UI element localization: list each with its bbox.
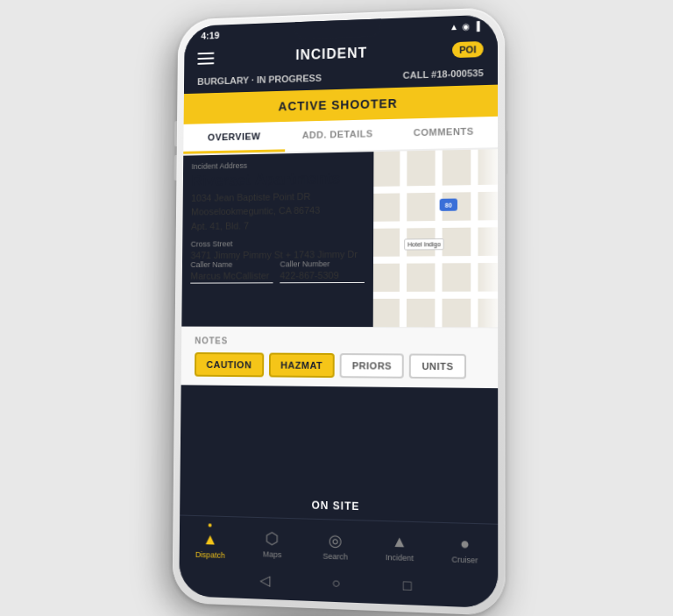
notes-title: NOTES xyxy=(195,336,483,346)
phone-screen: 4:19 ▲ ◉ ▐ INCIDENT POI xyxy=(179,14,498,608)
poi-badge[interactable]: POI xyxy=(452,40,484,57)
hotel-label: Hotel Indigo xyxy=(404,238,444,250)
map-road xyxy=(373,255,498,263)
call-number: CALL #18-000535 xyxy=(403,67,484,81)
nav-dispatch[interactable]: ▲ Dispatch xyxy=(189,522,232,559)
incident-icon: ▲ xyxy=(392,532,407,551)
maps-label: Maps xyxy=(263,549,282,558)
on-site-text: ON SITE xyxy=(312,499,360,513)
hazmat-button[interactable]: HAZMAT xyxy=(269,352,335,378)
content-row: Incident Address Riverset Apartments 103… xyxy=(181,149,498,327)
nav-cruiser[interactable]: ● Cruiser xyxy=(443,534,488,565)
back-button[interactable]: ◁ xyxy=(260,571,271,589)
cross-street-label: Cross Street xyxy=(191,238,365,249)
nav-incident[interactable]: ▲ Incident xyxy=(378,532,422,563)
dispatch-icon: ▲ xyxy=(202,530,217,549)
menu-button[interactable] xyxy=(197,52,214,64)
caller-name-label: Caller Name xyxy=(190,259,273,268)
highway-marker: 80 xyxy=(440,198,457,210)
address-line2: Mooselookmeguntic, CA 86743 xyxy=(191,202,365,219)
priors-button[interactable]: PRIORS xyxy=(340,353,404,379)
caller-number-label: Caller Number xyxy=(280,259,365,269)
map-road xyxy=(373,291,498,298)
map-road xyxy=(373,184,498,193)
dispatch-label: Dispatch xyxy=(195,549,225,559)
home-button[interactable]: ○ xyxy=(332,574,341,591)
caller-name-value: Marcus McCallister xyxy=(190,270,273,283)
phone-body: 4:19 ▲ ◉ ▐ INCIDENT POI xyxy=(172,6,505,615)
incident-address-label: Incident Address xyxy=(192,159,365,171)
menu-line xyxy=(197,62,214,65)
caution-button[interactable]: CAUTION xyxy=(195,352,264,377)
tab-comments[interactable]: COMMENTS xyxy=(390,116,498,149)
address-line3: Apt. 41, Bld. 7 xyxy=(191,216,365,232)
phone-frame: 4:19 ▲ ◉ ▐ INCIDENT POI xyxy=(172,6,505,615)
app-title: INCIDENT xyxy=(295,45,367,62)
caller-row: Caller Name Marcus McCallister Caller Nu… xyxy=(190,259,365,284)
camera-notch xyxy=(295,18,381,39)
notes-section: NOTES CAUTION HAZMAT PRIORS xyxy=(181,326,499,388)
volume-up-button xyxy=(174,121,177,146)
recent-button[interactable]: □ xyxy=(403,577,412,593)
map-fade xyxy=(475,149,498,327)
notes-buttons: CAUTION HAZMAT PRIORS UNITS xyxy=(195,352,484,379)
incident-type: BURGLARY · IN PROGRESS xyxy=(197,72,322,86)
incident-label: Incident xyxy=(386,552,414,562)
alert-text: ACTIVE SHOOTER xyxy=(279,96,398,112)
address-name: Riverset Apartments xyxy=(191,169,365,191)
nav-search[interactable]: ◎ Search xyxy=(314,529,358,561)
cruiser-label: Cruiser xyxy=(451,555,478,564)
android-nav: ◁ ○ □ xyxy=(179,562,498,608)
active-indicator xyxy=(209,523,212,527)
map-road xyxy=(471,149,478,327)
battery-icon: ▐ xyxy=(473,20,479,30)
cross-street-value: 3471 Jimmy Pimmy St + 1743 Jimmy Dr xyxy=(191,249,365,260)
info-section: Incident Address Riverset Apartments 103… xyxy=(181,152,373,327)
tab-overview[interactable]: OVERVIEW xyxy=(183,121,285,153)
volume-down-button xyxy=(174,154,177,180)
maps-icon: ⬡ xyxy=(266,527,280,548)
main-content: Incident Address Riverset Apartments 103… xyxy=(180,149,498,496)
caller-number-col: Caller Number 422-867-5309 xyxy=(280,259,365,283)
map-road xyxy=(435,150,442,327)
search-icon: ◎ xyxy=(329,529,343,549)
menu-line xyxy=(197,52,214,54)
search-label: Search xyxy=(322,551,348,561)
tab-add-details[interactable]: ADD. DETAILS xyxy=(286,118,391,151)
caller-name-col: Caller Name Marcus McCallister xyxy=(190,259,273,283)
map-road xyxy=(400,151,407,327)
status-time: 4:19 xyxy=(201,30,219,40)
units-button[interactable]: UNITS xyxy=(409,353,466,379)
status-icons: ▲ ◉ ▐ xyxy=(450,20,480,31)
menu-line xyxy=(197,57,214,60)
power-button xyxy=(505,130,507,174)
caller-number-value: 422-867-5309 xyxy=(280,270,365,283)
cruiser-icon: ● xyxy=(460,534,470,553)
nav-maps[interactable]: ⬡ Maps xyxy=(251,527,294,559)
map-section: Hotel Indigo 80 xyxy=(373,149,498,327)
map-road xyxy=(373,220,498,229)
signal-icon: ▲ xyxy=(450,21,458,31)
wifi-icon: ◉ xyxy=(462,21,470,31)
